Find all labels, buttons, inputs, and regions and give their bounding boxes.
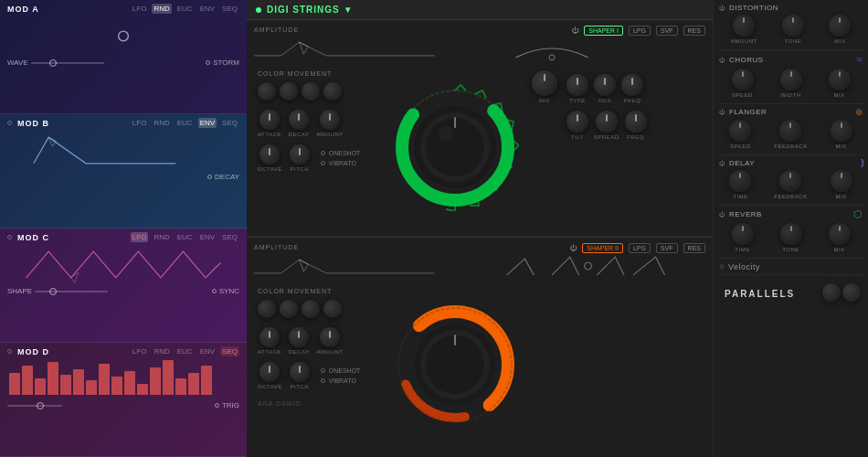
- osc2-svf-btn[interactable]: SVF: [656, 243, 678, 253]
- osc2-attack-knob[interactable]: [259, 327, 280, 347]
- seq-bar-11[interactable]: [137, 384, 148, 395]
- seq-bar-14[interactable]: [175, 378, 186, 395]
- mod-d-tab-seq[interactable]: SEQ: [220, 346, 239, 356]
- reverb-time-knob[interactable]: [732, 223, 754, 245]
- osc2-lpg-btn[interactable]: LPG: [629, 243, 651, 253]
- osc1-svf-btn[interactable]: SVF: [656, 26, 678, 36]
- osc1-cm-knob-1[interactable]: [258, 82, 276, 101]
- seq-bar-13[interactable]: [163, 360, 174, 395]
- osc2-oneshot-toggle[interactable]: ONESHOT: [321, 367, 361, 374]
- seq-bar-6[interactable]: [73, 369, 84, 395]
- seq-bar-10[interactable]: [124, 371, 135, 395]
- chorus-speed-knob[interactable]: [732, 69, 754, 90]
- mod-c-shape-slider[interactable]: [35, 291, 108, 292]
- osc1-oneshot-toggle[interactable]: ONESHOT: [321, 150, 361, 156]
- osc1-pitch-knob[interactable]: [290, 144, 310, 165]
- mod-c-tab-rnd[interactable]: RND: [152, 232, 171, 242]
- seq-bar-16[interactable]: [201, 366, 212, 395]
- seq-bar-4[interactable]: [48, 362, 58, 395]
- osc2-decay-knob[interactable]: [289, 327, 309, 347]
- synth-dropdown-icon[interactable]: ▼: [344, 5, 353, 15]
- distortion-mix-knob[interactable]: [829, 15, 851, 37]
- mod-b-tab-lfo[interactable]: LFO: [131, 118, 149, 128]
- flanger-speed-knob[interactable]: [729, 120, 751, 142]
- mod-b-tab-env[interactable]: ENV: [198, 118, 217, 128]
- osc1-attack-knob[interactable]: [259, 110, 280, 130]
- mod-a-tab-euc[interactable]: EUC: [175, 4, 195, 14]
- mod-d-tab-env[interactable]: ENV: [198, 346, 217, 356]
- chorus-power[interactable]: ⏻: [719, 57, 725, 63]
- mod-c-tab-euc[interactable]: EUC: [175, 232, 195, 242]
- osc2-octave-knob[interactable]: [259, 362, 280, 382]
- delay-power[interactable]: ⏻: [719, 160, 725, 166]
- mod-d-power-dot[interactable]: [7, 349, 12, 354]
- delay-feedback-knob[interactable]: [779, 170, 801, 192]
- mod-d-tab-euc[interactable]: EUC: [175, 346, 195, 356]
- osc2-cm-knob-3[interactable]: [302, 300, 320, 318]
- parallels-knob[interactable]: [822, 283, 841, 302]
- osc1-freq-knob[interactable]: [621, 74, 643, 96]
- mod-d-slider[interactable]: [7, 405, 62, 407]
- mod-c-tab-env[interactable]: ENV: [198, 232, 217, 242]
- reverb-mix-knob[interactable]: [829, 223, 851, 245]
- mod-c-tab-seq[interactable]: SEQ: [220, 232, 239, 242]
- mod-a-tab-env[interactable]: ENV: [198, 4, 217, 14]
- mod-b-power-dot[interactable]: [7, 121, 12, 125]
- osc1-type-knob[interactable]: [566, 74, 588, 96]
- chorus-width-knob[interactable]: [780, 69, 802, 90]
- osc1-mix-knob[interactable]: [532, 70, 557, 96]
- mod-c-power-dot[interactable]: [7, 235, 12, 239]
- flanger-power[interactable]: ⏻: [719, 109, 725, 115]
- chorus-mix-knob[interactable]: [829, 69, 851, 90]
- osc2-vibrato-toggle[interactable]: VIBRATO: [321, 377, 361, 384]
- osc1-res-btn[interactable]: RES: [683, 26, 705, 36]
- delay-mix-knob[interactable]: [831, 170, 852, 192]
- mod-d-tab-rnd[interactable]: RND: [152, 346, 171, 356]
- seq-bar-12[interactable]: [150, 367, 161, 395]
- osc1-tilt-knob[interactable]: [566, 111, 588, 133]
- osc2-big-knob-container[interactable]: [391, 301, 519, 429]
- seq-bar-2[interactable]: [22, 366, 33, 395]
- distortion-amount-knob[interactable]: [733, 15, 755, 37]
- osc1-octave-knob[interactable]: [259, 144, 280, 165]
- mod-c-tab-lfo[interactable]: LFO: [131, 232, 149, 242]
- osc2-cm-knob-4[interactable]: [323, 300, 342, 318]
- osc2-amount-knob[interactable]: [320, 327, 340, 347]
- osc2-cm-knob-1[interactable]: [258, 300, 276, 318]
- osc1-freq2-knob[interactable]: [625, 111, 647, 133]
- osc1-amount-knob[interactable]: [320, 110, 340, 130]
- osc1-spread-knob[interactable]: [596, 111, 618, 133]
- mod-a-wave-slider[interactable]: [31, 62, 104, 64]
- velocity-power[interactable]: ⊙: [719, 263, 725, 271]
- seq-bar-5[interactable]: [60, 375, 71, 395]
- reverb-tone-knob[interactable]: [780, 223, 802, 245]
- reverb-power[interactable]: ⏻: [719, 211, 725, 218]
- mod-a-tab-seq[interactable]: SEQ: [220, 4, 239, 14]
- osc1-cm-knob-2[interactable]: [280, 82, 298, 101]
- osc1-vibrato-toggle[interactable]: VIBRATO: [321, 160, 361, 166]
- osc2-shaper-label[interactable]: SHAPER II: [582, 243, 623, 253]
- osc2-pitch-knob[interactable]: [290, 362, 310, 382]
- flanger-mix-knob[interactable]: [831, 120, 852, 142]
- osc2-power-icon[interactable]: ⏻: [569, 244, 577, 252]
- seq-bar-1[interactable]: [9, 373, 20, 395]
- flanger-feedback-knob[interactable]: [779, 120, 801, 142]
- osc1-cm-knob-3[interactable]: [302, 82, 320, 101]
- mod-a-tab-lfo[interactable]: LFO: [131, 4, 149, 14]
- distortion-power[interactable]: ⏻: [719, 5, 725, 11]
- osc2-cm-knob-2[interactable]: [280, 300, 298, 318]
- seq-bar-15[interactable]: [188, 373, 199, 395]
- osc1-decay-knob[interactable]: [289, 110, 309, 130]
- mod-b-tab-euc[interactable]: EUC: [175, 118, 195, 128]
- seq-bar-9[interactable]: [111, 377, 122, 395]
- mod-b-tab-seq[interactable]: SEQ: [220, 118, 239, 128]
- osc1-power-icon[interactable]: ⏻: [571, 27, 578, 35]
- mod-a-tab-rnd[interactable]: RND: [152, 4, 171, 14]
- seq-bar-8[interactable]: [99, 364, 110, 395]
- mod-b-tab-rnd[interactable]: RND: [152, 118, 171, 128]
- seq-bar-7[interactable]: [86, 380, 97, 395]
- osc1-big-knob-container[interactable]: [391, 83, 519, 211]
- parallels-knob-2[interactable]: [842, 283, 861, 302]
- osc1-lpg-btn[interactable]: LPG: [629, 26, 651, 36]
- mod-d-tab-lfo[interactable]: LFO: [131, 346, 149, 356]
